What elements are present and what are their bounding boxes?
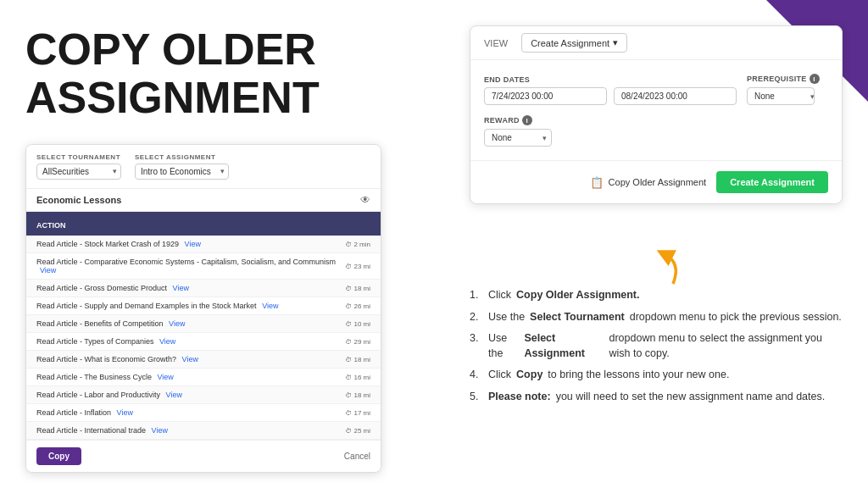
instructions-list: Click Copy Older Assignment. Use the Sel… xyxy=(470,288,843,411)
nav-create-button[interactable]: Create Assignment ▾ xyxy=(521,33,627,53)
table-row: Read Article - Comparative Economic Syst… xyxy=(26,253,381,280)
create-assignment-panel: VIEW Create Assignment ▾ END DATES PRERE… xyxy=(470,25,843,204)
step-1: Click Copy Older Assignment. xyxy=(470,288,843,303)
row-text: Read Article - International trade View xyxy=(36,426,338,435)
view-link[interactable]: View xyxy=(185,240,201,248)
table-row: Read Article - What is Economic Growth? … xyxy=(26,351,381,369)
row-text: Read Article - Benefits of Competition V… xyxy=(36,319,338,328)
step-2: Use the Select Tournament dropdown menu … xyxy=(470,310,843,325)
tournament-label: SELECT TOURNAMENT xyxy=(36,153,121,161)
copy-button[interactable]: Copy xyxy=(36,447,81,465)
row-text: Read Article - Labor and Productivity Vi… xyxy=(36,391,338,399)
row-text: Read Article - Supply and Demand Example… xyxy=(36,302,338,310)
view-link[interactable]: View xyxy=(169,319,185,328)
assignment-label: SELECT ASSIGNMENT xyxy=(135,153,229,161)
view-link[interactable]: View xyxy=(40,266,56,274)
date1-input[interactable] xyxy=(484,87,607,105)
step-5: Please note: you will need to set the ne… xyxy=(470,390,843,405)
row-text: Read Article - Gross Domestic Product Vi… xyxy=(36,284,338,292)
assignment-card: SELECT TOURNAMENT AllSecurities SELECT A… xyxy=(25,144,381,473)
time-badge: ⏱ 2 min xyxy=(345,241,370,248)
step-3-bold: Select Assignment xyxy=(524,331,604,361)
time-badge: ⏱ 18 mi xyxy=(345,356,370,363)
time-badge: ⏱ 10 mi xyxy=(345,320,370,328)
step-4: Click Copy to bring the lessons into you… xyxy=(470,368,843,383)
view-link[interactable]: View xyxy=(166,391,182,399)
table-row: Read Article - International trade View … xyxy=(26,422,381,440)
tournament-select-group: SELECT TOURNAMENT AllSecurities xyxy=(36,153,121,180)
section-header: Economic Lessons 👁 xyxy=(26,189,381,212)
assignment-select-group: SELECT ASSIGNMENT Intro to Economics xyxy=(135,153,229,180)
view-link[interactable]: View xyxy=(182,355,198,363)
prerequisite-label: PREREQUISITE i xyxy=(747,74,820,84)
step-1-bold: Copy Older Assignment. xyxy=(516,288,639,303)
steps-list: Click Copy Older Assignment. Use the Sel… xyxy=(470,288,843,404)
prerequisite-select-wrapper[interactable]: None xyxy=(747,87,820,105)
tournament-select[interactable]: AllSecurities xyxy=(36,164,121,180)
reward-label: REWARD i xyxy=(484,115,552,125)
step-3: Use the Select Assignment dropdown menu … xyxy=(470,331,843,361)
step-4-bold: Copy xyxy=(516,368,542,383)
view-link[interactable]: View xyxy=(157,373,173,381)
end-dates-label: END DATES xyxy=(484,75,737,84)
end-dates-group: END DATES xyxy=(484,75,737,105)
table-row: Read Article - Labor and Productivity Vi… xyxy=(26,386,381,404)
table-row: Read Article - Benefits of Competition V… xyxy=(26,315,381,333)
cancel-button[interactable]: Cancel xyxy=(344,452,370,461)
date-field-container xyxy=(484,87,737,105)
date2-input[interactable] xyxy=(614,87,737,105)
right-panel: VIEW Create Assignment ▾ END DATES PRERE… xyxy=(470,25,843,204)
tournament-select-wrapper[interactable]: AllSecurities xyxy=(36,163,121,180)
copy-older-assignment-button[interactable]: 📋 Copy Older Assignment xyxy=(590,176,707,189)
time-badge: ⏱ 29 mi xyxy=(345,338,370,346)
section-title: Economic Lessons xyxy=(36,195,121,205)
card-bottom: Copy Cancel xyxy=(26,440,381,472)
table-row: Read Article - Supply and Demand Example… xyxy=(26,297,381,315)
view-link[interactable]: View xyxy=(159,337,175,346)
table-row: Read Article - Inflation View ⏱ 17 mi xyxy=(26,404,381,422)
assignment-select[interactable]: Intro to Economics xyxy=(135,164,229,180)
reward-select-wrapper[interactable]: None xyxy=(484,129,552,147)
table-body: Read Article - Stock Market Crash of 192… xyxy=(26,236,381,440)
table-row: Read Article - The Business Cycle View ⏱… xyxy=(26,369,381,386)
prerequisite-group: PREREQUISITE i None xyxy=(747,74,820,105)
time-badge: ⏱ 26 mi xyxy=(345,302,370,310)
view-link[interactable]: View xyxy=(262,302,278,310)
table-row: Read Article - Stock Market Crash of 192… xyxy=(26,236,381,253)
eye-icon: 👁 xyxy=(360,194,370,206)
step-2-bold: Select Tournament xyxy=(530,310,625,325)
time-badge: ⏱ 25 mi xyxy=(345,427,370,435)
panel-nav: VIEW Create Assignment ▾ xyxy=(470,26,842,60)
reward-select[interactable]: None xyxy=(484,129,552,147)
copy-older-label: Copy Older Assignment xyxy=(609,177,707,187)
copy-older-icon: 📋 xyxy=(590,176,604,189)
time-badge: ⏱ 17 mi xyxy=(345,409,370,417)
time-badge: ⏱ 18 mi xyxy=(345,391,370,399)
table-header: ACTION xyxy=(26,212,381,236)
table-row: Read Article - Types of Companies View ⏱… xyxy=(26,333,381,351)
step-5-bold: Please note: xyxy=(488,390,551,405)
main-title: COPY OLDER ASSIGNMENT xyxy=(25,25,348,122)
create-assignment-button[interactable]: Create Assignment xyxy=(716,171,828,193)
panel-actions: 📋 Copy Older Assignment Create Assignmen… xyxy=(470,160,842,203)
nav-view-item: VIEW xyxy=(484,38,508,48)
time-badge: ⏱ 18 mi xyxy=(345,285,370,292)
left-panel: COPY OLDER ASSIGNMENT xyxy=(25,25,348,139)
prerequisite-info-icon: i xyxy=(810,74,820,84)
row-text: Read Article - Inflation View xyxy=(36,408,338,417)
row-text: Read Article - Types of Companies View xyxy=(36,337,338,346)
arrow-svg xyxy=(639,246,686,292)
assignment-select-wrapper[interactable]: Intro to Economics xyxy=(135,163,229,180)
time-badge: ⏱ 16 mi xyxy=(345,374,370,381)
row-text: Read Article - The Business Cycle View xyxy=(36,373,338,381)
view-link[interactable]: View xyxy=(173,284,189,292)
card-top-bar: SELECT TOURNAMENT AllSecurities SELECT A… xyxy=(26,145,381,189)
row-text: Read Article - Comparative Economic Syst… xyxy=(36,258,338,274)
view-link[interactable]: View xyxy=(152,426,168,435)
reward-group: REWARD i None xyxy=(484,115,552,147)
reward-info-icon: i xyxy=(522,115,532,125)
time-badge: ⏱ 23 mi xyxy=(345,263,370,270)
prerequisite-select[interactable]: None xyxy=(747,87,815,105)
row-text: Read Article - What is Economic Growth? … xyxy=(36,355,338,363)
view-link[interactable]: View xyxy=(117,408,133,417)
